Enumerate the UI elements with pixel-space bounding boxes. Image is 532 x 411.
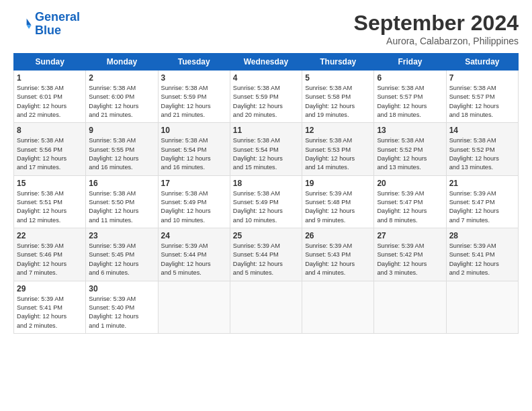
day-info: Sunrise: 5:38 AM Sunset: 5:54 PM Dayligh…	[161, 136, 227, 172]
day-number: 21	[449, 179, 515, 188]
day-number: 6	[377, 73, 443, 83]
table-row: 28Sunrise: 5:39 AM Sunset: 5:41 PM Dayli…	[446, 228, 518, 281]
day-info: Sunrise: 5:38 AM Sunset: 5:57 PM Dayligh…	[449, 84, 515, 120]
month-title: September 2024	[354, 11, 519, 36]
day-number: 17	[161, 179, 227, 188]
table-row: 1Sunrise: 5:38 AM Sunset: 6:01 PM Daylig…	[14, 71, 86, 123]
day-number: 5	[305, 73, 371, 83]
header-saturday: Saturday	[446, 54, 518, 71]
day-number: 28	[449, 231, 515, 240]
day-info: Sunrise: 5:38 AM Sunset: 5:50 PM Dayligh…	[89, 189, 154, 225]
day-number: 29	[17, 284, 83, 293]
day-info: Sunrise: 5:38 AM Sunset: 6:01 PM Dayligh…	[17, 84, 83, 120]
table-row: 8Sunrise: 5:38 AM Sunset: 5:56 PM Daylig…	[14, 123, 86, 175]
table-row: 12Sunrise: 5:38 AM Sunset: 5:53 PM Dayli…	[302, 123, 374, 175]
day-info: Sunrise: 5:39 AM Sunset: 5:47 PM Dayligh…	[377, 189, 443, 225]
day-info: Sunrise: 5:39 AM Sunset: 5:48 PM Dayligh…	[305, 189, 371, 225]
table-row: 2Sunrise: 5:38 AM Sunset: 6:00 PM Daylig…	[86, 71, 158, 123]
logo-line2: Blue	[35, 24, 80, 38]
day-info: Sunrise: 5:39 AM Sunset: 5:45 PM Dayligh…	[89, 242, 154, 277]
day-info: Sunrise: 5:39 AM Sunset: 5:44 PM Dayligh…	[233, 242, 299, 277]
calendar-week: 29Sunrise: 5:39 AM Sunset: 5:41 PM Dayli…	[14, 281, 519, 333]
day-number: 13	[377, 126, 443, 135]
calendar-week: 1Sunrise: 5:38 AM Sunset: 6:01 PM Daylig…	[14, 71, 519, 123]
logo-line1: General	[35, 10, 80, 24]
day-info: Sunrise: 5:39 AM Sunset: 5:41 PM Dayligh…	[449, 242, 515, 277]
table-row: 16Sunrise: 5:38 AM Sunset: 5:50 PM Dayli…	[86, 175, 158, 228]
table-row: 25Sunrise: 5:39 AM Sunset: 5:44 PM Dayli…	[230, 228, 302, 281]
subtitle: Aurora, Calabarzon, Philippines	[354, 36, 519, 46]
day-number: 2	[89, 73, 154, 83]
table-row	[446, 281, 518, 333]
day-info: Sunrise: 5:38 AM Sunset: 5:54 PM Dayligh…	[233, 136, 299, 172]
day-info: Sunrise: 5:38 AM Sunset: 5:49 PM Dayligh…	[161, 189, 227, 225]
calendar-week: 22Sunrise: 5:39 AM Sunset: 5:46 PM Dayli…	[14, 228, 519, 281]
logo-text: General Blue	[35, 11, 80, 38]
table-row: 9Sunrise: 5:38 AM Sunset: 5:55 PM Daylig…	[86, 123, 158, 175]
table-row: 15Sunrise: 5:38 AM Sunset: 5:51 PM Dayli…	[14, 175, 86, 228]
table-row: 27Sunrise: 5:39 AM Sunset: 5:42 PM Dayli…	[374, 228, 446, 281]
svg-marker-1	[27, 25, 32, 29]
calendar-week: 15Sunrise: 5:38 AM Sunset: 5:51 PM Dayli…	[14, 175, 519, 228]
day-number: 22	[17, 231, 83, 240]
header-sunday: Sunday	[14, 54, 86, 71]
day-info: Sunrise: 5:39 AM Sunset: 5:41 PM Dayligh…	[17, 295, 83, 330]
page-container: General Blue September 2024 Aurora, Cala…	[0, 0, 532, 340]
table-row	[230, 281, 302, 333]
day-info: Sunrise: 5:39 AM Sunset: 5:40 PM Dayligh…	[89, 295, 154, 330]
day-number: 10	[161, 126, 227, 135]
day-info: Sunrise: 5:38 AM Sunset: 5:49 PM Dayligh…	[233, 189, 299, 225]
table-row: 21Sunrise: 5:39 AM Sunset: 5:47 PM Dayli…	[446, 175, 518, 228]
header-area: General Blue September 2024 Aurora, Cala…	[13, 11, 519, 46]
table-row: 26Sunrise: 5:39 AM Sunset: 5:43 PM Dayli…	[302, 228, 374, 281]
calendar-header: Sunday Monday Tuesday Wednesday Thursday…	[14, 54, 519, 71]
logo: General Blue	[13, 11, 80, 38]
table-row: 5Sunrise: 5:38 AM Sunset: 5:58 PM Daylig…	[302, 71, 374, 123]
day-number: 25	[233, 231, 299, 240]
day-number: 11	[233, 126, 299, 135]
table-row: 7Sunrise: 5:38 AM Sunset: 5:57 PM Daylig…	[446, 71, 518, 123]
logo-icon	[13, 15, 32, 34]
table-row	[158, 281, 230, 333]
table-row: 22Sunrise: 5:39 AM Sunset: 5:46 PM Dayli…	[14, 228, 86, 281]
day-info: Sunrise: 5:39 AM Sunset: 5:42 PM Dayligh…	[377, 242, 443, 277]
day-number: 7	[449, 73, 515, 83]
day-info: Sunrise: 5:38 AM Sunset: 5:51 PM Dayligh…	[17, 189, 83, 225]
table-row: 19Sunrise: 5:39 AM Sunset: 5:48 PM Dayli…	[302, 175, 374, 228]
header-thursday: Thursday	[302, 54, 374, 71]
table-row	[302, 281, 374, 333]
table-row	[374, 281, 446, 333]
day-number: 4	[233, 73, 299, 83]
header-wednesday: Wednesday	[230, 54, 302, 71]
day-number: 12	[305, 126, 371, 135]
day-info: Sunrise: 5:38 AM Sunset: 5:59 PM Dayligh…	[233, 84, 299, 120]
day-number: 26	[305, 231, 371, 240]
table-row: 18Sunrise: 5:38 AM Sunset: 5:49 PM Dayli…	[230, 175, 302, 228]
day-number: 16	[89, 179, 154, 188]
table-row: 14Sunrise: 5:38 AM Sunset: 5:52 PM Dayli…	[446, 123, 518, 175]
header-friday: Friday	[374, 54, 446, 71]
table-row: 3Sunrise: 5:38 AM Sunset: 5:59 PM Daylig…	[158, 71, 230, 123]
calendar-body: 1Sunrise: 5:38 AM Sunset: 6:01 PM Daylig…	[14, 71, 519, 334]
day-info: Sunrise: 5:38 AM Sunset: 5:58 PM Dayligh…	[305, 84, 371, 120]
calendar-table: Sunday Monday Tuesday Wednesday Thursday…	[13, 53, 519, 334]
day-number: 23	[89, 231, 154, 240]
table-row: 10Sunrise: 5:38 AM Sunset: 5:54 PM Dayli…	[158, 123, 230, 175]
day-number: 8	[17, 126, 83, 135]
table-row: 17Sunrise: 5:38 AM Sunset: 5:49 PM Dayli…	[158, 175, 230, 228]
day-number: 1	[17, 73, 83, 83]
table-row: 23Sunrise: 5:39 AM Sunset: 5:45 PM Dayli…	[86, 228, 158, 281]
day-info: Sunrise: 5:39 AM Sunset: 5:44 PM Dayligh…	[161, 242, 227, 277]
day-number: 19	[305, 179, 371, 188]
day-info: Sunrise: 5:38 AM Sunset: 5:57 PM Dayligh…	[377, 84, 443, 120]
table-row: 11Sunrise: 5:38 AM Sunset: 5:54 PM Dayli…	[230, 123, 302, 175]
table-row: 30Sunrise: 5:39 AM Sunset: 5:40 PM Dayli…	[86, 281, 158, 333]
table-row: 29Sunrise: 5:39 AM Sunset: 5:41 PM Dayli…	[14, 281, 86, 333]
header-row: Sunday Monday Tuesday Wednesday Thursday…	[14, 54, 519, 71]
day-info: Sunrise: 5:38 AM Sunset: 5:53 PM Dayligh…	[305, 136, 371, 172]
header-tuesday: Tuesday	[158, 54, 230, 71]
title-area: September 2024 Aurora, Calabarzon, Phili…	[354, 11, 519, 46]
day-info: Sunrise: 5:38 AM Sunset: 5:52 PM Dayligh…	[377, 136, 443, 172]
day-number: 24	[161, 231, 227, 240]
day-number: 20	[377, 179, 443, 188]
